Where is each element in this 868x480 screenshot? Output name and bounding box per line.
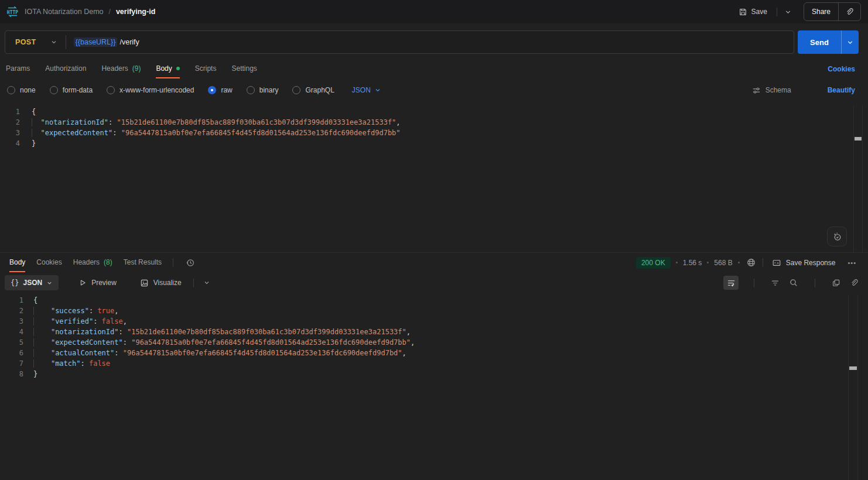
body-mode-graphql[interactable]: GraphQL: [292, 86, 334, 94]
top-actions: Save Share: [735, 2, 861, 21]
filter-button[interactable]: [770, 277, 781, 289]
network-info-button[interactable]: [745, 256, 757, 269]
tab-params[interactable]: Params: [6, 60, 30, 78]
body-mode-form-data[interactable]: form-data: [50, 86, 93, 94]
response-meta: 200 OK 1.56 s 568 B: [636, 253, 860, 272]
method-label: POST: [15, 38, 36, 46]
line-number: 8: [0, 369, 23, 379]
code-line: 7 "match": false: [0, 358, 848, 369]
radio-checked-icon: [208, 86, 216, 94]
line-number: 3: [0, 316, 23, 327]
separator: [777, 8, 777, 16]
tab-headers[interactable]: Headers (9): [101, 60, 141, 78]
copy-button[interactable]: [831, 277, 842, 289]
tab-label: Body: [9, 258, 25, 266]
dot-separator: [676, 262, 678, 263]
image-icon: [140, 279, 149, 287]
format-label: JSON: [23, 279, 42, 287]
braces-icon: {}: [11, 279, 19, 287]
response-time[interactable]: 1.56 s: [683, 259, 702, 267]
tab-label: Test Results: [124, 258, 162, 266]
save-icon: [739, 8, 747, 16]
breadcrumb-collection[interactable]: IOTA Notarization Demo: [25, 8, 104, 16]
copy-link-button[interactable]: [838, 3, 860, 20]
save-button[interactable]: Save: [735, 7, 771, 17]
headers-count: (8): [104, 258, 112, 266]
svg-text:HTTP: HTTP: [7, 10, 18, 15]
viewer-options-chevron[interactable]: [202, 278, 211, 287]
tab-scripts[interactable]: Scripts: [195, 60, 217, 78]
method-selector[interactable]: POST: [5, 31, 66, 53]
request-tabs: Params Authorization Headers (9) Body Sc…: [6, 60, 859, 78]
tab-settings[interactable]: Settings: [231, 60, 257, 78]
line-number: 1: [0, 295, 23, 306]
url-variable: {{baseURL}}: [74, 37, 118, 47]
response-tab-body[interactable]: Body: [9, 253, 25, 272]
scrollbar-thumb[interactable]: [855, 137, 862, 140]
chevron-down-icon: [50, 39, 57, 46]
request-url-row: POST {{baseURL}} /verify Send: [5, 30, 859, 54]
response-body-viewer[interactable]: 1{2 "success": true,3 "verified": false,…: [0, 295, 848, 480]
link-button[interactable]: [849, 277, 860, 289]
code-line: 2 "notarizationId": "15b21de61100e7b80df…: [0, 117, 854, 128]
url-input[interactable]: {{baseURL}} /verify: [66, 37, 794, 47]
line-number: 4: [0, 138, 20, 149]
language-selector[interactable]: JSON: [348, 85, 385, 95]
response-size[interactable]: 568 B: [714, 259, 732, 267]
response-format-selector[interactable]: {} JSON: [5, 275, 59, 290]
schema-button[interactable]: Schema: [749, 85, 795, 95]
body-mode-raw[interactable]: raw: [208, 86, 232, 94]
preview-button[interactable]: Preview: [75, 278, 120, 287]
line-number: 5: [0, 337, 23, 348]
postbot-button[interactable]: [827, 227, 847, 246]
breadcrumb-request-name[interactable]: verifying-id: [116, 8, 155, 16]
dot-separator: [707, 262, 709, 263]
beautify-button[interactable]: Beautify: [824, 85, 859, 95]
mode-label: form-data: [63, 86, 93, 94]
body-mode-urlencoded[interactable]: x-www-form-urlencoded: [107, 86, 194, 94]
url-container: POST {{baseURL}} /verify: [5, 30, 794, 54]
chevron-down-icon: [374, 87, 381, 94]
code-line: 1{: [0, 107, 854, 117]
separator: [763, 258, 763, 267]
tab-label: Cookies: [36, 258, 61, 266]
visualize-button[interactable]: Visualize: [136, 278, 185, 288]
body-mode-binary[interactable]: binary: [247, 86, 279, 94]
tab-label: Headers: [73, 258, 100, 266]
response-tab-test-results[interactable]: Test Results: [124, 253, 162, 272]
mode-label: raw: [221, 86, 232, 94]
request-body-editor[interactable]: 1{2 "notarizationId": "15b21de61100e7b80…: [0, 107, 854, 252]
share-button[interactable]: Share: [804, 8, 838, 16]
tab-label: Params: [6, 64, 30, 73]
cookies-link[interactable]: Cookies: [824, 64, 859, 74]
separator: [193, 279, 194, 287]
scrollbar-thumb[interactable]: [849, 366, 857, 370]
share-button-group: Share: [804, 2, 861, 21]
response-viewer-scrollbar: [848, 295, 858, 480]
line-number: 7: [0, 358, 23, 369]
line-number: 6: [0, 348, 23, 358]
save-response-button[interactable]: Save Response: [768, 258, 839, 268]
word-wrap-button[interactable]: [723, 276, 739, 290]
response-history-button[interactable]: [184, 257, 196, 269]
tab-authorization[interactable]: Authorization: [45, 60, 86, 78]
response-tab-cookies[interactable]: Cookies: [36, 253, 61, 272]
response-more-options-button[interactable]: •••: [844, 259, 860, 267]
save-options-chevron[interactable]: [783, 7, 793, 17]
url-path: /verify: [119, 38, 139, 46]
body-mode-none[interactable]: none: [7, 86, 36, 94]
tab-label: Scripts: [195, 64, 217, 73]
breadcrumb: HTTP IOTA Notarization Demo / verifying-…: [6, 6, 155, 18]
status-badge[interactable]: 200 OK: [636, 257, 671, 269]
response-tab-headers[interactable]: Headers (8): [73, 253, 112, 272]
line-number: 1: [0, 107, 20, 117]
send-options-chevron[interactable]: [841, 30, 859, 54]
api-client-window: HTTP IOTA Notarization Demo / verifying-…: [0, 0, 868, 480]
top-bar: HTTP IOTA Notarization Demo / verifying-…: [0, 0, 868, 23]
save-response-label: Save Response: [786, 259, 836, 267]
search-button[interactable]: [788, 277, 799, 289]
response-toolbar: {} JSON Preview Visualize: [5, 274, 860, 292]
tab-body[interactable]: Body: [156, 60, 179, 78]
send-button[interactable]: Send: [798, 30, 841, 54]
schema-label: Schema: [766, 86, 791, 94]
